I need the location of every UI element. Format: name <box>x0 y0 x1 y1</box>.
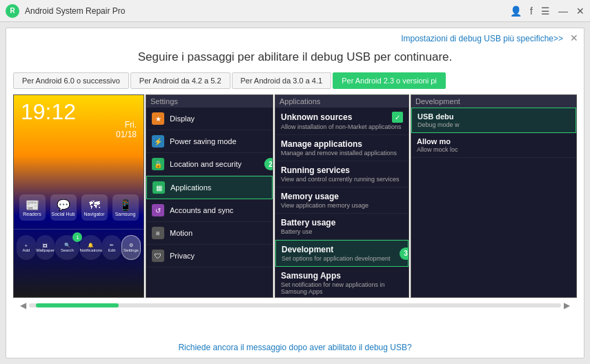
dev-allow-mock: Allow mo Allow mock loc <box>411 133 576 158</box>
close-button[interactable]: ✕ <box>576 6 584 17</box>
minimize-button[interactable]: — <box>558 6 568 17</box>
settings-header: Settings <box>146 95 273 108</box>
scrollbar-row: ◀ ▶ <box>13 298 577 313</box>
app-logo: R <box>6 4 19 18</box>
panel-development: Development USB debu Debug mode w Allow … <box>411 94 577 298</box>
scroll-left-button[interactable]: ◀ <box>20 301 26 310</box>
top-link-area: Impostazioni di debug USB più specifiche… <box>6 28 584 43</box>
settings-accounts: ↺ Accounts and sync <box>146 199 273 222</box>
apps-development: Development Set options for application … <box>275 240 409 267</box>
settings-privacy: 🛡 Privacy <box>146 245 273 267</box>
phone-edit-icon: ✏ Edit <box>102 235 121 260</box>
tab-android6[interactable]: Per Android 6.0 o successivo <box>13 72 129 89</box>
tabs-row: Per Android 6.0 o successivo Per Android… <box>6 72 584 89</box>
unknown-sources-check: ✓ <box>392 112 403 123</box>
phone-add-icon: + Add <box>17 235 36 260</box>
inner-close-button[interactable]: ✕ <box>570 32 578 43</box>
app-title: Android System Repair Pro <box>25 6 510 16</box>
apps-manage: Manage applications Manage and remove in… <box>275 135 409 161</box>
usb-debug-faq-link[interactable]: Richiede ancora il messaggio dopo aver a… <box>178 343 411 352</box>
applications-icon: ▦ <box>153 181 165 194</box>
motion-icon: ≡ <box>152 227 164 239</box>
usb-settings-link[interactable]: Impostazioni di debug USB più specifiche… <box>401 34 563 43</box>
menu-icon[interactable]: ☰ <box>541 6 550 17</box>
accounts-icon: ↺ <box>152 204 164 216</box>
phone-wallpaper-icon: 🖼 Wallpaper <box>36 235 55 260</box>
settings-applications: ▦ Applications <box>146 176 273 199</box>
location-icon: 🔒 <box>152 158 164 170</box>
power-icon: ⚡ <box>152 135 164 148</box>
display-icon: ★ <box>152 112 164 125</box>
apps-memory: Memory usage View application memory usa… <box>275 188 409 214</box>
user-icon[interactable]: 👤 <box>510 6 522 17</box>
main-heading: Seguire i passaggi per abilitare il debu… <box>6 43 584 72</box>
phone-app-navigator: 🗺 Navigator <box>81 194 108 221</box>
title-bar: R Android System Repair Pro 👤 f ☰ — ✕ <box>0 0 590 22</box>
tab-android42[interactable]: Per Android da 4.2 a 5.2 <box>130 72 230 89</box>
screens-row: 19:12 Fri. 01/18 📰 Readers 💬 Social Hub <box>13 94 577 298</box>
settings-power: ⚡ Power saving mode <box>146 130 273 153</box>
scrollbar-track[interactable] <box>29 303 561 307</box>
apps-battery: Battery usage Battery use <box>275 214 409 240</box>
scrollbar-thumb <box>36 303 119 307</box>
phone-icons-grid: 📰 Readers 💬 Social Hub 🗺 Navigator 📱 Sam… <box>14 139 144 223</box>
settings-motion: ≡ Motion <box>146 222 273 245</box>
main-container: ✕ Impostazioni di debug USB più specific… <box>6 28 584 358</box>
apps-samsung: Samsung Apps Set notification for new ap… <box>275 267 409 298</box>
apps-unknown-sources: Unknown sources ✓ Allow installation of … <box>275 108 409 135</box>
phone-app-samsung: 📱 Samsung <box>112 194 139 221</box>
panel-home-screen: 19:12 Fri. 01/18 📰 Readers 💬 Social Hub <box>13 94 144 298</box>
privacy-icon: 🛡 <box>152 250 164 262</box>
dev-usb-debug: USB debu Debug mode w <box>411 108 576 133</box>
facebook-icon[interactable]: f <box>530 6 533 17</box>
bottom-link-area: Richiede ancora il messaggio dopo aver a… <box>6 337 584 358</box>
step-2-badge: 2 <box>264 158 273 170</box>
screenshot-area: 19:12 Fri. 01/18 📰 Readers 💬 Social Hub <box>6 94 584 337</box>
scroll-right-button[interactable]: ▶ <box>564 301 570 310</box>
phone-app-readers: 📰 Readers <box>19 194 46 221</box>
dev-header: Development <box>411 95 576 108</box>
settings-display: ★ Display <box>146 108 273 130</box>
phone-time: 19:12 <box>14 95 144 123</box>
tab-android23[interactable]: Per Android 2.3 o versioni pi <box>333 72 446 89</box>
step-3-badge: 3 <box>400 247 409 260</box>
phone-search-wrapper: 🔍 Search 1 <box>55 235 79 260</box>
window-controls: 👤 f ☰ — ✕ <box>510 6 584 17</box>
phone-settings-icon: ⚙ Settings <box>121 235 141 260</box>
apps-header: Applications <box>275 95 409 108</box>
phone-notifications-icon: 🔔 Notifications <box>79 235 102 260</box>
phone-bottom-bar: + Add 🖼 Wallpaper 🔍 Search 1 <box>14 229 144 265</box>
panel-settings: Settings ★ Display ⚡ Power saving mode 🔒… <box>146 94 273 298</box>
settings-location: 🔒 Location and security 2 <box>146 153 273 176</box>
apps-running: Running services View and control curren… <box>275 161 409 188</box>
panel-applications: Applications Unknown sources ✓ Allow ins… <box>275 94 409 298</box>
phone-app-socialhub: 💬 Social Hub <box>50 194 77 221</box>
tab-android30[interactable]: Per Android da 3.0 a 4.1 <box>232 72 332 89</box>
